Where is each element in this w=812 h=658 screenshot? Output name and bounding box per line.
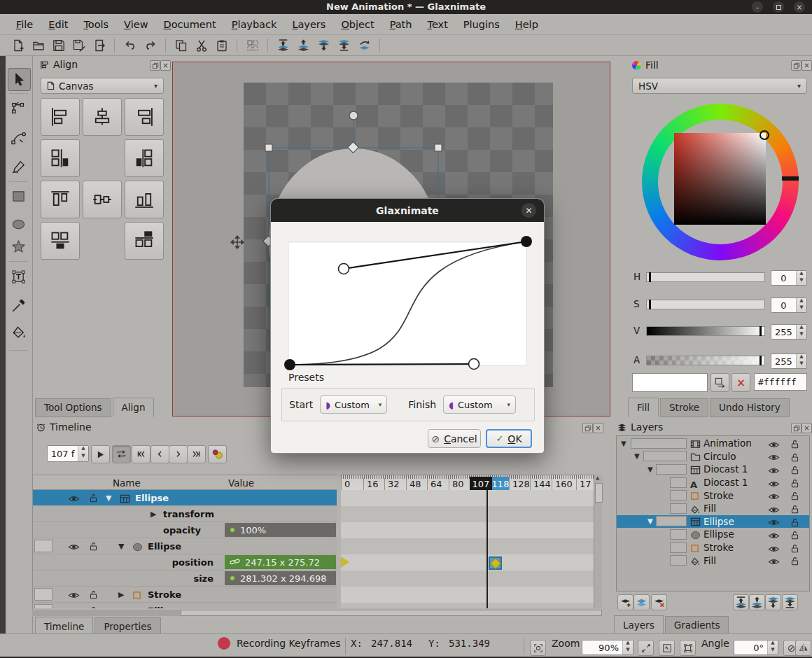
menu-file[interactable]: File [10, 18, 39, 31]
save-as-button[interactable] [69, 36, 88, 55]
saturation-value-square[interactable] [674, 133, 766, 225]
fill-tab-undo-history[interactable]: Undo History [710, 398, 790, 417]
zoom-fit-button[interactable] [638, 640, 654, 656]
lock-icon[interactable] [89, 492, 98, 505]
curve-start-point[interactable] [284, 359, 295, 370]
expander-icon[interactable]: ▼ [621, 440, 626, 447]
timeline-row-size[interactable]: size281.302 x 294.698 [33, 570, 337, 587]
s-spinner[interactable]: 0▲▼ [771, 298, 807, 313]
v-slider[interactable] [646, 326, 765, 336]
expander-icon[interactable]: ▼ [648, 465, 653, 473]
reorder-button[interactable] [355, 36, 374, 55]
new-file-button[interactable] [8, 36, 27, 55]
resize-handle-nw[interactable] [265, 144, 272, 151]
hue-cursor[interactable] [782, 176, 799, 181]
close-button[interactable]: × [794, 1, 805, 13]
h-slider[interactable] [646, 272, 765, 282]
align-bottom-button[interactable] [125, 181, 164, 218]
property-value[interactable]: 100% [225, 523, 336, 537]
clear-color-button[interactable]: × [732, 373, 750, 392]
keyframe-selected[interactable] [489, 556, 502, 570]
menu-layers[interactable]: Layers [286, 18, 332, 31]
raise-button[interactable] [294, 36, 313, 55]
expander-icon[interactable]: ▶ [150, 506, 156, 522]
expander-icon[interactable]: ▼ [634, 452, 640, 460]
star-tool[interactable] [8, 236, 29, 258]
timeline-row-ellipse[interactable]: ▼Ellipse [33, 490, 337, 506]
eye-icon[interactable] [768, 556, 780, 569]
layer-row-diocast-1[interactable]: ▼Diocast 1 [617, 463, 809, 476]
color-space-dropdown[interactable]: HSV ▾ [632, 78, 807, 94]
lock-icon[interactable] [89, 605, 98, 608]
end-control-handle[interactable] [339, 264, 349, 274]
h-spinner[interactable]: 0▲▼ [771, 270, 807, 286]
spinner-arrows[interactable]: ▲▼ [796, 298, 806, 312]
align-float-icon[interactable] [150, 60, 160, 71]
spinner-arrows[interactable]: ▲▼ [796, 354, 806, 368]
align-outside-left-button[interactable] [41, 139, 80, 177]
rectangle-tool[interactable] [8, 186, 29, 207]
property-value[interactable]: 247.15 x 275.72 [225, 555, 336, 569]
rotate-handle[interactable] [349, 111, 358, 120]
bezier-curve-editor[interactable] [271, 199, 545, 386]
menu-document[interactable]: Document [158, 18, 223, 31]
start-preset-dropdown[interactable]: ◗ Custom ▾ [320, 396, 387, 414]
flip-view-button[interactable] [795, 640, 811, 656]
spinner-arrows[interactable]: ▲▼ [796, 271, 806, 285]
start-control-handle[interactable] [469, 359, 479, 370]
layer-row-circulo[interactable]: ▼Circulo [617, 450, 809, 463]
timeline-row-ellipse[interactable]: ▼Ellipse [33, 538, 337, 554]
expander-icon[interactable]: ▼ [648, 517, 653, 525]
timeline-vertical-scrollbar[interactable]: ▲ [594, 475, 602, 608]
layer-raise-to-top-button[interactable] [733, 594, 749, 610]
align-top-button[interactable] [41, 181, 80, 218]
left-dock-tab-align[interactable]: Align [113, 398, 155, 417]
zoom-original-button[interactable] [659, 640, 675, 656]
scrollbar-thumb[interactable] [181, 610, 602, 616]
scroll-up-icon[interactable]: ▲ [596, 475, 599, 481]
a-slider[interactable] [646, 356, 765, 365]
s-slider[interactable] [646, 300, 765, 309]
next-frame-button[interactable] [169, 445, 188, 463]
layer-row-stroke[interactable]: Stroke [617, 489, 809, 502]
layer-row-stroke[interactable]: Stroke [617, 541, 809, 554]
curve-end-point[interactable] [521, 236, 532, 247]
add-layer-button[interactable] [617, 594, 634, 610]
lower-to-bottom-button[interactable] [335, 36, 354, 55]
timeline-keyframe-area[interactable] [341, 490, 594, 608]
delete-layer-button[interactable] [651, 594, 667, 610]
property-value[interactable]: 281.302 x 294.698 [225, 571, 336, 585]
redo-button[interactable] [141, 36, 160, 55]
loop-button[interactable] [112, 445, 131, 463]
export-button[interactable] [90, 36, 108, 55]
frame-mode-button[interactable] [243, 36, 262, 55]
menu-tools[interactable]: Tools [77, 18, 115, 31]
align-relative-dropdown[interactable]: Canvas ▾ [41, 78, 164, 94]
eye-icon[interactable] [68, 606, 80, 608]
layers-tab-gradients[interactable]: Gradients [665, 616, 729, 635]
fill-tab-fill[interactable]: Fill [628, 398, 659, 417]
bezier-tool[interactable] [8, 127, 29, 149]
node-edit-tool[interactable] [8, 97, 29, 119]
layers-tab-layers[interactable]: Layers [614, 615, 664, 635]
lock-icon[interactable] [790, 555, 799, 568]
save-button[interactable] [49, 36, 68, 55]
cancel-button[interactable]: ⊘ Cancel [428, 429, 481, 448]
timeline-float-icon[interactable] [582, 423, 593, 433]
menu-object[interactable]: Object [335, 18, 380, 31]
layer-row-ellipse[interactable]: ▼Ellipse [617, 515, 809, 528]
spinner-arrows[interactable]: ▲▼ [78, 446, 88, 461]
align-v-center-button[interactable] [83, 181, 122, 218]
timeline-row-fill[interactable]: Fill [33, 603, 337, 608]
layer-row-diocast-1[interactable]: ADiocast 1 [617, 476, 809, 489]
minimize-button[interactable]: – [752, 1, 763, 13]
resize-handle-ne[interactable] [435, 144, 442, 151]
a-spinner[interactable]: 255▲▼ [771, 354, 807, 369]
ellipse-tool[interactable] [8, 214, 29, 235]
expander-icon[interactable]: ▼ [106, 490, 111, 506]
align-h-center-button[interactable] [83, 98, 122, 136]
timeline-ruler[interactable]: 0163248648010711812814416017 [341, 475, 594, 491]
fill-float-icon[interactable] [791, 60, 802, 71]
titlebar[interactable]: New Animation * — Glaxnimate – × [0, 0, 812, 14]
layers-close-icon[interactable]: × [802, 423, 812, 433]
